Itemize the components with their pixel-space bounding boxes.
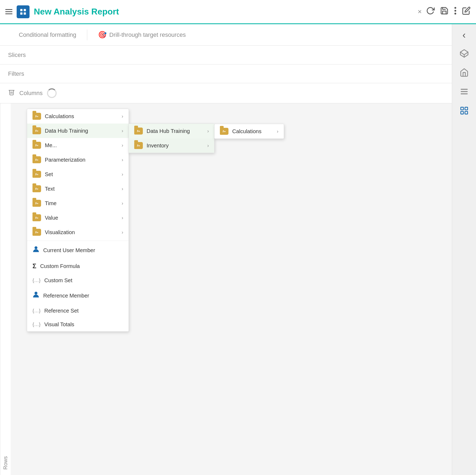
menu-item-param-label: Parameterization bbox=[45, 157, 85, 163]
sub-menu-inventory-label: Inventory bbox=[147, 143, 169, 149]
sidebar-grid-icon[interactable] bbox=[460, 106, 469, 117]
svg-rect-17 bbox=[465, 111, 467, 114]
center-content: Conditional formatting 🎯 Drill-through t… bbox=[0, 24, 452, 475]
chevron-inventory: › bbox=[207, 143, 209, 148]
menu-item-value-label: Value bbox=[45, 215, 58, 221]
slicers-panel[interactable]: Slicers bbox=[0, 46, 452, 64]
svg-point-4 bbox=[455, 7, 456, 9]
sub-menu-dht-label: Data Hub Training bbox=[147, 128, 190, 134]
menu-item-value[interactable]: f∞ Value › bbox=[27, 211, 129, 225]
sub-menu-item-dht[interactable]: f∞ Data Hub Training › f∞ Calculations bbox=[129, 124, 214, 138]
menu-item-custom-set[interactable]: {…} Custom Set bbox=[27, 274, 129, 287]
svg-rect-14 bbox=[461, 107, 463, 110]
menu-item-custom-set-label: Custom Set bbox=[44, 277, 72, 284]
menu-item-visual-totals[interactable]: {…} Visual Totals bbox=[27, 318, 129, 331]
chevron-dht-sub: › bbox=[207, 128, 209, 134]
curly-icon-custom-set: {…} bbox=[32, 278, 41, 283]
filters-label: Filters bbox=[8, 70, 24, 77]
menu-separator-1 bbox=[27, 241, 129, 241]
menu-item-time[interactable]: f∞ Time › bbox=[27, 196, 129, 211]
sub-sub-menu-calculations: f∞ Calculations › bbox=[214, 124, 284, 139]
chevron-icon-me: › bbox=[122, 143, 123, 148]
folder-icon-text: f∞ bbox=[32, 185, 41, 192]
menu-item-reference-set[interactable]: {…} Reference Set bbox=[27, 304, 129, 318]
chevron-icon-set: › bbox=[122, 172, 123, 177]
svg-point-8 bbox=[35, 292, 38, 295]
save-icon[interactable] bbox=[440, 6, 449, 17]
main-layout: Conditional formatting 🎯 Drill-through t… bbox=[0, 24, 476, 475]
svg-rect-0 bbox=[20, 9, 23, 11]
sidebar-collapse-icon[interactable]: ‹ bbox=[463, 30, 466, 41]
slicers-label: Slicers bbox=[8, 52, 26, 59]
curly-icon-visual-totals: {…} bbox=[32, 322, 41, 327]
sidebar-home-icon[interactable] bbox=[460, 68, 469, 79]
folder-icon-me: f∞ bbox=[32, 142, 41, 149]
menu-item-data-hub-training[interactable]: f∞ Data Hub Training › f∞ Data Hub Train… bbox=[27, 124, 129, 138]
filters-panel[interactable]: Filters bbox=[0, 64, 452, 83]
folder-icon-calculations: f∞ bbox=[32, 113, 41, 120]
folder-icon-dht-sub: f∞ bbox=[134, 128, 143, 135]
sidebar-list-icon[interactable] bbox=[460, 87, 469, 98]
main-dropdown-menu: f∞ Calculations › f∞ Data Hub Training › bbox=[27, 109, 129, 332]
menu-item-dht-label: Data Hub Training bbox=[45, 128, 88, 134]
chevron-icon-text: › bbox=[122, 186, 123, 192]
folder-icon-inventory: f∞ bbox=[134, 142, 143, 149]
tab-cf-label: Conditional formatting bbox=[19, 31, 76, 38]
folder-icon-param: f∞ bbox=[32, 156, 41, 163]
svg-rect-16 bbox=[461, 111, 463, 114]
chevron-icon-calculations: › bbox=[122, 114, 123, 119]
svg-rect-3 bbox=[24, 12, 26, 14]
menu-item-calculations-label: Calculations bbox=[45, 113, 74, 119]
menu-item-reference-member[interactable]: Reference Member bbox=[27, 287, 129, 304]
menu-item-me[interactable]: f∞ Me... › bbox=[27, 138, 129, 153]
top-bar: New Analysis Report × bbox=[0, 0, 476, 24]
trash-icon[interactable] bbox=[8, 88, 15, 98]
chevron-icon-value: › bbox=[122, 215, 123, 221]
sidebar-cube-icon[interactable] bbox=[460, 49, 469, 60]
menu-item-custom-formula-label: Custom Formula bbox=[40, 263, 80, 269]
columns-label: Columns bbox=[19, 90, 43, 97]
columns-panel: Columns bbox=[0, 83, 452, 103]
menu-item-time-label: Time bbox=[45, 200, 57, 206]
tab-conditional-formatting[interactable]: Conditional formatting bbox=[8, 24, 87, 45]
sub-menu-item-inventory[interactable]: f∞ Inventory › bbox=[129, 138, 214, 153]
svg-rect-2 bbox=[20, 12, 23, 14]
menu-item-text[interactable]: f∞ Text › bbox=[27, 182, 129, 196]
svg-rect-15 bbox=[465, 107, 467, 110]
chevron-icon-dht: › bbox=[122, 128, 123, 134]
folder-icon-time: f∞ bbox=[32, 200, 41, 207]
menu-item-custom-formula[interactable]: Σ Custom Formula bbox=[27, 259, 129, 274]
menu-item-me-label: Me... bbox=[45, 142, 57, 148]
tabs-row: Conditional formatting 🎯 Drill-through t… bbox=[0, 24, 452, 46]
tab-drill-through[interactable]: 🎯 Drill-through target resources bbox=[87, 24, 197, 45]
folder-icon-calc-sub: f∞ bbox=[220, 128, 228, 135]
menu-item-current-user[interactable]: Current User Member bbox=[27, 242, 129, 259]
menu-item-current-user-label: Current User Member bbox=[43, 247, 95, 253]
menu-item-visual-totals-label: Visual Totals bbox=[44, 321, 74, 328]
more-options-icon[interactable] bbox=[454, 6, 457, 17]
menu-item-calculations[interactable]: f∞ Calculations › bbox=[27, 109, 129, 124]
grid-workspace[interactable]: f∞ Calculations › f∞ Data Hub Training › bbox=[11, 103, 452, 475]
sigma-icon-formula: Σ bbox=[32, 262, 36, 270]
tab-dt-label: Drill-through target resources bbox=[109, 31, 186, 38]
app-grid-icon bbox=[17, 5, 30, 18]
sub-sub-item-calculations[interactable]: f∞ Calculations › bbox=[215, 124, 284, 139]
rows-label: Rows bbox=[0, 103, 11, 475]
top-bar-actions bbox=[426, 6, 471, 17]
refresh-icon[interactable] bbox=[426, 6, 435, 17]
menu-item-ref-member-label: Reference Member bbox=[43, 293, 89, 299]
folder-icon-viz: f∞ bbox=[32, 229, 41, 236]
menu-item-visualization[interactable]: f∞ Visualization › bbox=[27, 225, 129, 240]
menu-item-set[interactable]: f∞ Set › bbox=[27, 167, 129, 182]
svg-point-5 bbox=[455, 10, 456, 12]
sub-sub-calc-label: Calculations bbox=[232, 128, 261, 135]
chevron-calc-sub: › bbox=[277, 129, 278, 134]
close-tab-icon[interactable]: × bbox=[418, 8, 422, 16]
drill-target-icon: 🎯 bbox=[98, 31, 107, 39]
edit-icon[interactable] bbox=[462, 6, 471, 17]
folder-icon-value: f∞ bbox=[32, 214, 41, 221]
menu-item-parameterization[interactable]: f∞ Parameterization › bbox=[27, 153, 129, 167]
svg-rect-1 bbox=[24, 9, 26, 11]
menu-item-ref-set-label: Reference Set bbox=[44, 308, 79, 314]
hamburger-menu[interactable] bbox=[5, 9, 12, 14]
